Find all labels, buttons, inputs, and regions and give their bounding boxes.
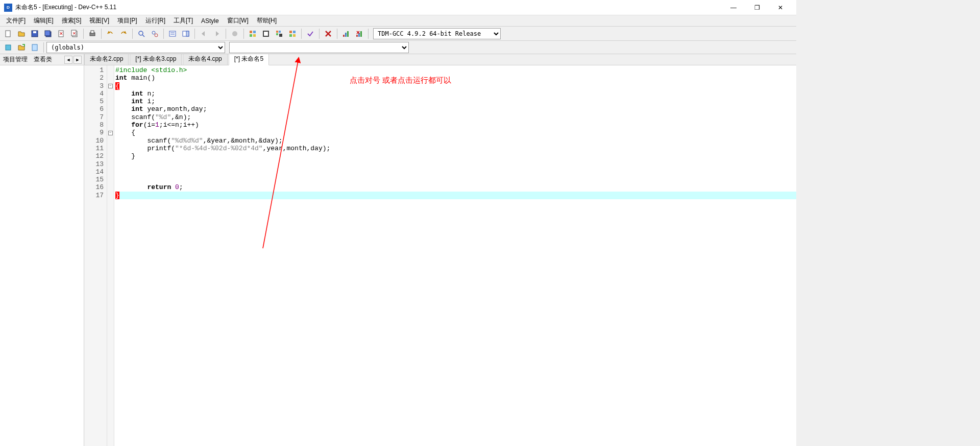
svg-rect-0 bbox=[6, 31, 10, 37]
menu-item-0[interactable]: 文件[F] bbox=[2, 15, 30, 26]
profile-delete-button[interactable] bbox=[353, 28, 365, 40]
compile-button[interactable] bbox=[247, 28, 259, 40]
run-button[interactable] bbox=[260, 28, 272, 40]
code-text-area[interactable]: #include <stdio.h>int main(){ int n; int… bbox=[114, 65, 796, 446]
fold-gutter: −− bbox=[107, 65, 114, 446]
close-file-button[interactable]: ✕ bbox=[55, 28, 67, 40]
window-title: 未命名5 - [Executing] - Dev-C++ 5.11 bbox=[15, 3, 722, 12]
svg-rect-31 bbox=[279, 34, 282, 37]
svg-rect-32 bbox=[289, 31, 292, 33]
line-number-gutter: 1234567891011121314151617 bbox=[84, 65, 107, 446]
member-selector[interactable] bbox=[229, 42, 409, 53]
editor-area: 未命名2.cpp[*] 未命名3.cpp未命名4.cpp[*] 未命名5 123… bbox=[84, 54, 796, 446]
svg-rect-23 bbox=[253, 31, 256, 33]
titlebar: D 未命名5 - [Executing] - Dev-C++ 5.11 — ❐ … bbox=[0, 0, 796, 15]
abort-button[interactable] bbox=[322, 28, 334, 40]
menu-item-3[interactable]: 视图[V] bbox=[85, 15, 113, 26]
close-button[interactable]: ✕ bbox=[769, 0, 792, 15]
svg-point-21 bbox=[232, 31, 237, 36]
menubar: 文件[F]编辑[E]搜索[S]视图[V]项目[P]运行[R]工具[T]AStyl… bbox=[0, 15, 796, 27]
main-toolbar: ✕ ✕ TDM-GCC 4.9.2 64-bit Release bbox=[0, 27, 796, 41]
svg-text:✕: ✕ bbox=[72, 31, 76, 36]
sidebar: 项目管理 查看类 ◄ ► bbox=[0, 54, 84, 446]
sidebar-tab-project[interactable]: 项目管理 bbox=[0, 54, 31, 65]
sidebar-nav-left[interactable]: ◄ bbox=[64, 56, 72, 64]
editor-tab-3[interactable]: [*] 未命名5 bbox=[229, 54, 269, 65]
menu-item-9[interactable]: 帮助[H] bbox=[253, 15, 281, 26]
svg-rect-28 bbox=[276, 31, 278, 33]
code-editor[interactable]: 1234567891011121314151617 −− #include <s… bbox=[84, 65, 796, 446]
svg-rect-22 bbox=[250, 31, 252, 33]
redo-button[interactable] bbox=[117, 28, 130, 40]
svg-rect-27 bbox=[264, 32, 268, 36]
undo-button[interactable] bbox=[104, 28, 116, 40]
menu-item-2[interactable]: 搜索[S] bbox=[58, 15, 86, 26]
find-button[interactable] bbox=[135, 28, 148, 40]
insert-button[interactable] bbox=[15, 41, 28, 54]
goto-line-button[interactable] bbox=[166, 28, 179, 40]
app-icon: D bbox=[4, 4, 12, 12]
svg-rect-35 bbox=[293, 34, 296, 37]
new-file-button[interactable] bbox=[2, 28, 14, 40]
svg-rect-24 bbox=[250, 34, 252, 37]
save-button[interactable] bbox=[29, 28, 41, 40]
svg-rect-29 bbox=[279, 31, 281, 33]
menu-item-1[interactable]: 编辑[E] bbox=[30, 15, 58, 26]
bookmark-button[interactable] bbox=[180, 28, 192, 40]
svg-point-12 bbox=[139, 31, 143, 35]
svg-rect-34 bbox=[289, 34, 292, 37]
svg-rect-25 bbox=[253, 34, 256, 37]
class-toolbar: (globals) bbox=[0, 41, 796, 54]
svg-rect-11 bbox=[91, 31, 94, 33]
svg-point-15 bbox=[155, 34, 158, 37]
svg-rect-42 bbox=[6, 45, 11, 50]
svg-line-13 bbox=[142, 35, 144, 37]
syntax-check-button[interactable] bbox=[304, 28, 316, 40]
debug-button[interactable] bbox=[229, 28, 241, 40]
compiler-selector[interactable]: TDM-GCC 4.9.2 64-bit Release bbox=[373, 28, 501, 39]
sidebar-tab-classes[interactable]: 查看类 bbox=[31, 54, 55, 65]
sidebar-content bbox=[0, 65, 84, 446]
svg-rect-38 bbox=[347, 31, 349, 37]
editor-tab-1[interactable]: [*] 未命名3.cpp bbox=[130, 54, 182, 65]
close-all-button[interactable]: ✕ bbox=[68, 28, 81, 40]
menu-item-6[interactable]: 工具[T] bbox=[169, 15, 197, 26]
menu-item-4[interactable]: 项目[P] bbox=[113, 15, 141, 26]
editor-tabs: 未命名2.cpp[*] 未命名3.cpp未命名4.cpp[*] 未命名5 bbox=[84, 54, 796, 65]
compile-run-button[interactable] bbox=[273, 28, 285, 40]
nav-back-button[interactable] bbox=[198, 28, 210, 40]
goto-button[interactable] bbox=[29, 41, 41, 54]
svg-rect-33 bbox=[293, 31, 296, 33]
rebuild-button[interactable] bbox=[286, 28, 299, 40]
svg-rect-16 bbox=[169, 31, 176, 36]
editor-tab-0[interactable]: 未命名2.cpp bbox=[84, 54, 129, 65]
scope-selector[interactable]: (globals) bbox=[46, 42, 225, 53]
svg-rect-20 bbox=[186, 31, 189, 36]
nav-forward-button[interactable] bbox=[211, 28, 223, 40]
svg-rect-37 bbox=[345, 33, 347, 37]
svg-rect-43 bbox=[32, 44, 37, 51]
maximize-button[interactable]: ❐ bbox=[745, 0, 769, 15]
new-class-button[interactable] bbox=[2, 41, 14, 54]
menu-item-7[interactable]: AStyle bbox=[197, 16, 223, 26]
svg-rect-30 bbox=[276, 33, 278, 35]
save-all-button[interactable] bbox=[42, 28, 54, 40]
menu-item-8[interactable]: 窗口[W] bbox=[223, 15, 253, 26]
sidebar-nav-right[interactable]: ► bbox=[74, 56, 82, 64]
editor-tab-2[interactable]: 未命名4.cpp bbox=[183, 54, 227, 65]
svg-rect-41 bbox=[360, 31, 362, 37]
svg-rect-36 bbox=[343, 35, 345, 37]
profile-button[interactable] bbox=[340, 28, 352, 40]
svg-rect-2 bbox=[33, 31, 36, 33]
svg-point-14 bbox=[152, 31, 155, 34]
svg-rect-39 bbox=[356, 35, 358, 37]
replace-button[interactable] bbox=[149, 28, 161, 40]
open-file-button[interactable] bbox=[15, 28, 28, 40]
minimize-button[interactable]: — bbox=[722, 0, 745, 15]
menu-item-5[interactable]: 运行[R] bbox=[141, 15, 169, 26]
svg-text:✕: ✕ bbox=[59, 31, 63, 36]
print-button[interactable] bbox=[86, 28, 99, 40]
svg-rect-4 bbox=[45, 31, 50, 36]
